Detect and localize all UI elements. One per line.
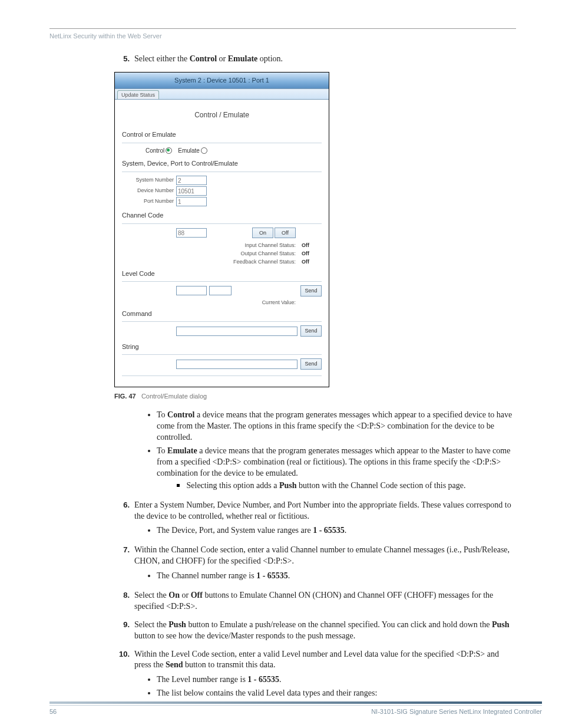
row-port: Port Number	[122, 197, 322, 206]
row-current-value: Current Value:	[122, 299, 322, 306]
divider	[122, 375, 322, 376]
bold-range: 1 - 65535	[313, 526, 345, 535]
divider	[122, 143, 322, 143]
button-send-string[interactable]: Send	[300, 358, 322, 369]
text: Select either the	[134, 54, 190, 63]
header-rule	[49, 28, 516, 29]
row-level: Send	[122, 285, 322, 296]
value-output-status: Off	[296, 250, 318, 257]
radio-label-control: Control	[146, 147, 164, 155]
section-sdp: System, Device, Port to Control/Emulate	[122, 159, 322, 169]
label-device: Device Number	[122, 188, 176, 194]
input-level-number[interactable]	[176, 286, 207, 295]
radio-control[interactable]	[166, 147, 172, 154]
spacer	[114, 407, 134, 496]
step-10: 10. Within the Level Code section, enter…	[114, 649, 515, 704]
divider	[122, 354, 322, 355]
radio-emulate[interactable]	[201, 147, 207, 154]
text: or	[180, 591, 191, 599]
bold-push: Push	[168, 620, 186, 629]
footer-rule-thin	[49, 705, 542, 706]
button-off[interactable]: Off	[275, 228, 296, 238]
value-input-status: Off	[296, 242, 318, 249]
label-output-status: Output Channel Status:	[196, 250, 296, 257]
bold-control: Control	[190, 54, 217, 63]
button-send-level[interactable]: Send	[300, 285, 322, 296]
text: To	[157, 410, 167, 419]
list-item: The Level number range is 1 - 65535.	[157, 674, 515, 686]
footer-rule-thick	[49, 701, 542, 704]
text: The Channel number range is	[157, 571, 256, 580]
bold-range: 1 - 65535	[247, 675, 279, 684]
step-number: 5.	[114, 54, 134, 68]
post-figure-bullets: To Control a device means that the progr…	[114, 407, 515, 496]
button-on[interactable]: On	[252, 228, 273, 238]
text: To	[157, 446, 167, 455]
divider	[122, 172, 322, 172]
figure-label: FIG. 47	[114, 393, 136, 400]
value-feedback-status: Off	[296, 258, 318, 265]
section-command: Command	[122, 309, 322, 319]
section-string: String	[122, 342, 322, 353]
row-output-status: Output Channel Status: Off	[122, 250, 322, 257]
tab-row: Update Status	[115, 89, 329, 100]
text: Selecting this option adds a	[187, 481, 279, 490]
bold-off: Off	[191, 591, 203, 599]
list-item: The list below contains the valid Level …	[157, 688, 515, 699]
row-channel: On Off	[122, 228, 322, 238]
text: or	[217, 54, 228, 63]
dialog-title: System 2 : Device 10501 : Port 1	[115, 73, 329, 89]
step-5: 5. Select either the Control or Emulate …	[114, 54, 515, 68]
step-number: 7.	[114, 545, 134, 587]
control-emulate-dialog: System 2 : Device 10501 : Port 1 Update …	[114, 72, 329, 387]
text: option.	[257, 54, 283, 63]
button-send-command[interactable]: Send	[300, 325, 322, 336]
list-item: The Device, Port, and System value range…	[157, 525, 515, 536]
input-command[interactable]	[176, 327, 297, 336]
label-port: Port Number	[122, 199, 176, 205]
section-channel: Channel Code	[122, 211, 322, 221]
label-current-value: Current Value:	[262, 299, 296, 306]
bold-emulate: Emulate	[167, 446, 197, 455]
page-number: 56	[49, 708, 57, 715]
step-6: 6. Enter a System Number, Device Number,…	[114, 500, 515, 542]
bold-push: Push	[279, 481, 297, 490]
input-string[interactable]	[176, 360, 297, 369]
step-9: 9. Select the Push button to Emulate a p…	[114, 620, 515, 645]
list-item: To Control a device means that the progr…	[157, 410, 515, 443]
doc-title: NI-3101-SIG Signature Series NetLinx Int…	[371, 708, 542, 715]
bold-emulate: Emulate	[228, 54, 258, 63]
step-8: 8. Select the On or Off buttons to Emula…	[114, 590, 515, 616]
text: The Device, Port, and System value range…	[157, 526, 313, 535]
input-device-number[interactable]	[176, 186, 207, 196]
step-text: Select the Push button to Emulate a push…	[134, 620, 515, 642]
text: Select the	[134, 591, 168, 599]
divider	[122, 281, 322, 282]
input-level-value[interactable]	[209, 286, 232, 295]
text: .	[279, 675, 282, 684]
step-text: Select either the Control or Emulate opt…	[134, 54, 515, 65]
text: button to see how the device/Master resp…	[134, 631, 355, 640]
label-system: System Number	[122, 177, 176, 183]
bullet-list: The Device, Port, and System value range…	[134, 525, 515, 536]
divider	[122, 321, 322, 322]
section-mode: Control or Emulate	[122, 130, 322, 140]
input-system-number[interactable]	[176, 176, 207, 185]
text: Select the	[134, 620, 168, 629]
bold-on: On	[168, 591, 180, 599]
step-text: Within the Level Code section, enter a v…	[134, 649, 515, 671]
step-text: Within the Channel Code section, enter a…	[134, 545, 515, 567]
dialog-heading: Control / Emulate	[122, 110, 322, 120]
list-item: The Channel number range is 1 - 65535.	[157, 571, 515, 582]
row-device: Device Number	[122, 186, 322, 196]
list-item: Selecting this option adds a Push button…	[177, 480, 515, 492]
input-channel-code[interactable]	[176, 228, 207, 238]
text: a device means that the program generate…	[157, 410, 512, 442]
section-level: Level Code	[122, 269, 322, 279]
text: a device means that the program generate…	[157, 446, 510, 477]
text: .	[345, 526, 347, 535]
input-port-number[interactable]	[176, 197, 207, 206]
tab-update-status[interactable]: Update Status	[117, 90, 159, 99]
page: NetLinx Security within the Web Server 5…	[0, 0, 562, 728]
text: button with the Channel Code section of …	[297, 481, 466, 490]
